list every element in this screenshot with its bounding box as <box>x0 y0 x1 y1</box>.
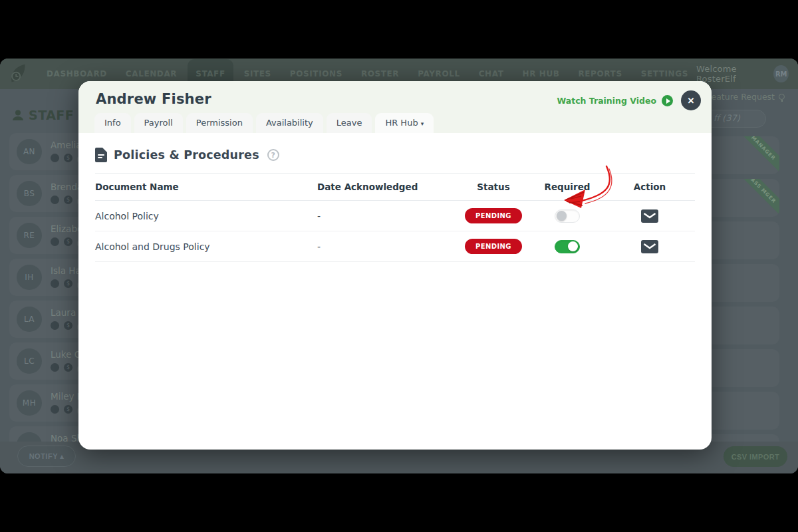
close-icon[interactable]: ✕ <box>681 90 701 110</box>
nav-item-label: SETTINGS <box>641 69 688 78</box>
column-header-required: Required <box>530 182 604 192</box>
staff-search-text: ff (37) <box>714 113 740 123</box>
screenshot-stage: DASHBOARD CALENDAR STAFF SITES POSITIONS… <box>0 0 798 532</box>
modal-tabs: Info▾ Payroll▾ Permission▾ Availability▾… <box>94 113 434 133</box>
nav-item-label: STAFF <box>196 69 225 78</box>
feature-request-link[interactable]: Feature Request <box>707 92 785 102</box>
nav-item-label: CHAT <box>479 69 504 78</box>
toggle-knob <box>557 211 567 221</box>
section-header: Policies & Procedures ? <box>95 148 695 162</box>
staff-detail-modal: Andrew Fisher Watch Training Video ✕ Inf… <box>78 81 712 450</box>
envelope-icon <box>641 209 658 223</box>
feature-request-label: Feature Request <box>707 92 775 102</box>
date-acknowledged: - <box>317 211 457 221</box>
modal-body: Policies & Procedures ? Document NameDat… <box>78 133 712 262</box>
tab-info[interactable]: Info▾ <box>94 113 131 133</box>
send-email-button[interactable] <box>641 209 658 223</box>
play-icon <box>662 95 673 106</box>
help-icon[interactable]: ? <box>267 149 279 161</box>
profile-badge-icon <box>51 237 59 246</box>
watch-training-video-link[interactable]: Watch Training Video <box>557 95 673 106</box>
tab-label: Leave <box>336 118 362 128</box>
chevron-down-icon: ▾ <box>421 120 424 127</box>
payroll-dollar-icon: $ <box>64 279 72 288</box>
status-badge: PENDING <box>465 239 522 254</box>
required-toggle[interactable] <box>555 240 580 253</box>
staff-avatar: RE <box>17 223 42 248</box>
staff-panel-title: STAFF <box>29 108 74 122</box>
column-header-document-name: Document Name <box>95 182 317 192</box>
csv-import-button[interactable]: CSV IMPORT <box>724 446 787 467</box>
nav-item-label: ROSTER <box>361 69 399 78</box>
policy-table-row: Alcohol and Drugs Policy - PENDING <box>95 231 695 262</box>
nav-item-label: CALENDAR <box>126 69 177 78</box>
policies-table: Document NameDate AcknowledgedStatusRequ… <box>95 173 695 262</box>
profile-badge-icon <box>51 405 59 414</box>
section-title: Policies & Procedures <box>114 148 259 162</box>
table-body: Alcohol Policy - PENDING Alcohol and Dru… <box>95 201 695 262</box>
staff-avatar: LC <box>17 348 42 374</box>
tab-leave[interactable]: Leave▾ <box>327 113 372 133</box>
modal-header: Andrew Fisher Watch Training Video ✕ Inf… <box>78 81 712 133</box>
staff-avatar: AN <box>17 139 42 164</box>
role-ribbon: ASS MGER <box>735 179 779 217</box>
role-ribbon: MANAGER <box>735 136 779 174</box>
rosterelf-logo-icon[interactable] <box>7 63 29 85</box>
profile-badge-icon <box>51 321 59 330</box>
toggle-knob <box>568 241 578 251</box>
status-badge: PENDING <box>465 208 522 223</box>
tab-label: Availability <box>266 118 313 128</box>
welcome-text: Welcome RosterElf <box>696 64 768 84</box>
tab-label: HR Hub <box>385 118 418 128</box>
lightbulb-icon <box>779 94 785 100</box>
tab-payroll[interactable]: Payroll▾ <box>134 113 183 133</box>
nav-item-label: DASHBOARD <box>47 69 107 78</box>
payroll-dollar-icon: $ <box>64 237 72 246</box>
nav-right: Welcome RosterElf RM <box>696 64 789 84</box>
staff-avatar: BS <box>17 181 42 206</box>
payroll-dollar-icon: $ <box>64 363 72 372</box>
tab-availability[interactable]: Availability▾ <box>256 113 323 133</box>
profile-badge-icon <box>51 196 59 204</box>
tab-label: Permission <box>196 118 243 128</box>
required-toggle[interactable] <box>555 209 580 223</box>
staff-avatar: MH <box>17 390 42 416</box>
staff-avatar: IH <box>17 265 42 290</box>
document-icon <box>95 148 107 162</box>
policy-name: Alcohol Policy <box>95 211 317 221</box>
tab-label: Info <box>104 118 121 128</box>
profile-badge-icon <box>51 363 59 372</box>
column-header-status: Status <box>457 182 530 192</box>
payroll-dollar-icon: $ <box>64 405 72 414</box>
payroll-dollar-icon: $ <box>64 321 72 330</box>
profile-badge-icon <box>51 154 59 162</box>
date-acknowledged: - <box>317 241 457 252</box>
column-header-action: Action <box>604 182 695 192</box>
nav-item-label: HR HUB <box>522 69 559 78</box>
user-avatar[interactable]: RM <box>773 65 789 82</box>
person-icon <box>12 110 24 121</box>
tab-permission[interactable]: Permission▾ <box>186 113 253 133</box>
send-email-button[interactable] <box>641 240 658 253</box>
watch-training-video-label: Watch Training Video <box>557 96 656 106</box>
nav-item-label: REPORTS <box>578 69 622 78</box>
notify-button[interactable]: NOTIFY ▴ <box>17 446 76 467</box>
policy-name: Alcohol and Drugs Policy <box>95 241 317 252</box>
payroll-dollar-icon: $ <box>64 154 72 162</box>
payroll-dollar-icon: $ <box>64 196 72 204</box>
envelope-icon <box>641 240 658 253</box>
tab-label: Payroll <box>144 118 173 128</box>
nav-item-label: PAYROLL <box>418 69 460 78</box>
tab-hr-hub[interactable]: HR Hub▾ <box>375 113 434 133</box>
profile-badge-icon <box>51 279 59 288</box>
table-header-row: Document NameDate AcknowledgedStatusRequ… <box>95 173 695 201</box>
nav-item-label: SITES <box>244 69 271 78</box>
staff-avatar: LA <box>17 307 42 332</box>
policy-table-row: Alcohol Policy - PENDING <box>95 201 695 231</box>
column-header-date-acknowledged: Date Acknowledged <box>317 182 457 192</box>
nav-item-label: POSITIONS <box>290 69 342 78</box>
